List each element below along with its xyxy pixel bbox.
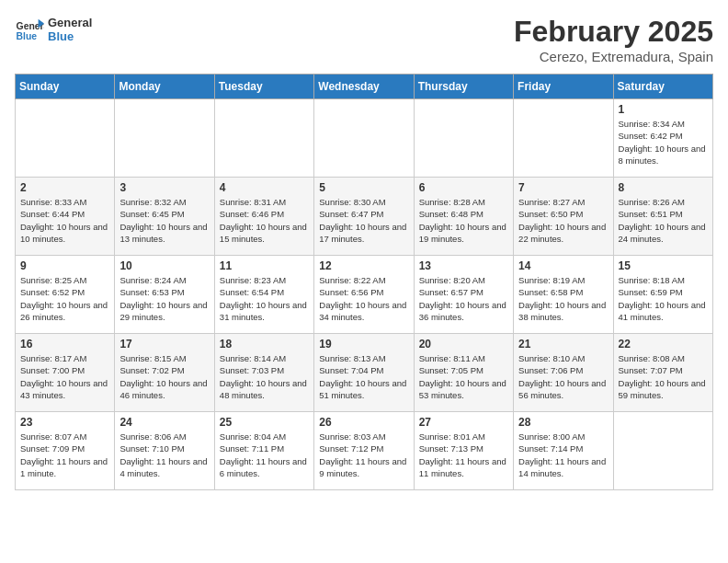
day-info: Sunrise: 8:24 AM Sunset: 6:53 PM Dayligh… [119, 274, 209, 323]
col-sunday: Sunday [16, 75, 115, 99]
day-number: 17 [119, 338, 209, 350]
day-number: 15 [619, 259, 708, 272]
day-info: Sunrise: 8:23 AM Sunset: 6:54 PM Dayligh… [220, 274, 309, 323]
header: General Blue General Blue February 2025 … [15, 15, 713, 64]
calendar-cell: 19Sunrise: 8:13 AM Sunset: 7:04 PM Dayli… [314, 334, 414, 412]
day-number: 2 [20, 181, 109, 194]
day-info: Sunrise: 8:07 AM Sunset: 7:09 PM Dayligh… [20, 431, 109, 479]
day-number: 21 [518, 338, 608, 350]
day-number: 22 [619, 338, 708, 350]
calendar-cell: 25Sunrise: 8:04 AM Sunset: 7:11 PM Dayli… [214, 412, 313, 490]
day-info: Sunrise: 8:27 AM Sunset: 6:50 PM Dayligh… [518, 196, 608, 245]
day-info: Sunrise: 8:00 AM Sunset: 7:14 PM Dayligh… [518, 431, 608, 479]
day-info: Sunrise: 8:06 AM Sunset: 7:10 PM Dayligh… [119, 431, 209, 479]
day-number: 12 [319, 259, 408, 272]
col-friday: Friday [514, 75, 613, 99]
calendar-cell: 13Sunrise: 8:20 AM Sunset: 6:57 PM Dayli… [414, 256, 513, 334]
calendar-cell: 17Sunrise: 8:15 AM Sunset: 7:02 PM Dayli… [115, 334, 214, 412]
svg-text:Blue: Blue [17, 31, 38, 41]
calendar-cell [16, 99, 115, 178]
calendar-table: Sunday Monday Tuesday Wednesday Thursday… [15, 74, 713, 490]
calendar-cell: 23Sunrise: 8:07 AM Sunset: 7:09 PM Dayli… [16, 412, 115, 490]
calendar-cell: 22Sunrise: 8:08 AM Sunset: 7:07 PM Dayli… [613, 334, 712, 412]
calendar-week-2: 9Sunrise: 8:25 AM Sunset: 6:52 PM Daylig… [16, 256, 713, 334]
day-info: Sunrise: 8:19 AM Sunset: 6:58 PM Dayligh… [518, 274, 608, 323]
day-info: Sunrise: 8:17 AM Sunset: 7:00 PM Dayligh… [20, 352, 109, 401]
calendar-cell: 10Sunrise: 8:24 AM Sunset: 6:53 PM Dayli… [115, 256, 214, 334]
day-info: Sunrise: 8:25 AM Sunset: 6:52 PM Dayligh… [20, 274, 109, 323]
day-info: Sunrise: 8:33 AM Sunset: 6:44 PM Dayligh… [20, 196, 109, 245]
day-info: Sunrise: 8:30 AM Sunset: 6:47 PM Dayligh… [319, 196, 408, 245]
day-number: 19 [319, 338, 408, 350]
day-info: Sunrise: 8:18 AM Sunset: 6:59 PM Dayligh… [619, 274, 708, 323]
calendar-cell [115, 99, 214, 178]
day-number: 28 [518, 416, 608, 429]
day-number: 23 [20, 416, 109, 429]
month-title: February 2025 [514, 15, 713, 49]
calendar-cell: 20Sunrise: 8:11 AM Sunset: 7:05 PM Dayli… [414, 334, 513, 412]
calendar-cell: 9Sunrise: 8:25 AM Sunset: 6:52 PM Daylig… [16, 256, 115, 334]
col-saturday: Saturday [613, 75, 712, 99]
day-number: 1 [619, 103, 708, 116]
day-number: 24 [119, 416, 209, 429]
day-number: 7 [518, 181, 608, 194]
day-number: 27 [419, 416, 508, 429]
day-number: 11 [220, 259, 309, 272]
calendar-cell: 1Sunrise: 8:34 AM Sunset: 6:42 PM Daylig… [613, 99, 712, 178]
calendar-cell [514, 99, 613, 178]
day-info: Sunrise: 8:13 AM Sunset: 7:04 PM Dayligh… [319, 352, 408, 401]
col-tuesday: Tuesday [214, 75, 313, 99]
calendar-cell: 12Sunrise: 8:22 AM Sunset: 6:56 PM Dayli… [314, 256, 414, 334]
calendar-cell: 3Sunrise: 8:32 AM Sunset: 6:45 PM Daylig… [115, 178, 214, 256]
day-info: Sunrise: 8:31 AM Sunset: 6:46 PM Dayligh… [220, 196, 309, 245]
calendar-week-0: 1Sunrise: 8:34 AM Sunset: 6:42 PM Daylig… [16, 99, 713, 178]
day-info: Sunrise: 8:14 AM Sunset: 7:03 PM Dayligh… [220, 352, 309, 401]
day-number: 26 [319, 416, 408, 429]
day-number: 8 [619, 181, 708, 194]
day-number: 16 [20, 338, 109, 350]
calendar-cell [214, 99, 313, 178]
day-info: Sunrise: 8:22 AM Sunset: 6:56 PM Dayligh… [319, 274, 408, 323]
calendar-cell: 28Sunrise: 8:00 AM Sunset: 7:14 PM Dayli… [514, 412, 613, 490]
day-number: 3 [119, 181, 209, 194]
calendar-cell: 2Sunrise: 8:33 AM Sunset: 6:44 PM Daylig… [16, 178, 115, 256]
day-number: 4 [220, 181, 309, 194]
calendar-cell: 18Sunrise: 8:14 AM Sunset: 7:03 PM Dayli… [214, 334, 313, 412]
calendar-cell: 4Sunrise: 8:31 AM Sunset: 6:46 PM Daylig… [214, 178, 313, 256]
day-number: 13 [419, 259, 508, 272]
day-info: Sunrise: 8:03 AM Sunset: 7:12 PM Dayligh… [319, 431, 408, 479]
day-number: 5 [319, 181, 408, 194]
day-info: Sunrise: 8:08 AM Sunset: 7:07 PM Dayligh… [619, 352, 708, 401]
day-number: 18 [220, 338, 309, 350]
day-number: 10 [119, 259, 209, 272]
day-number: 20 [419, 338, 508, 350]
calendar-week-4: 23Sunrise: 8:07 AM Sunset: 7:09 PM Dayli… [16, 412, 713, 490]
location-subtitle: Cerezo, Extremadura, Spain [514, 49, 713, 64]
calendar-cell: 11Sunrise: 8:23 AM Sunset: 6:54 PM Dayli… [214, 256, 313, 334]
day-info: Sunrise: 8:20 AM Sunset: 6:57 PM Dayligh… [419, 274, 508, 323]
day-number: 25 [220, 416, 309, 429]
day-info: Sunrise: 8:04 AM Sunset: 7:11 PM Dayligh… [220, 431, 309, 479]
day-info: Sunrise: 8:28 AM Sunset: 6:48 PM Dayligh… [419, 196, 508, 245]
calendar-cell: 26Sunrise: 8:03 AM Sunset: 7:12 PM Dayli… [314, 412, 414, 490]
logo-general: General [48, 16, 92, 29]
calendar-cell: 16Sunrise: 8:17 AM Sunset: 7:00 PM Dayli… [16, 334, 115, 412]
col-thursday: Thursday [414, 75, 513, 99]
day-number: 14 [518, 259, 608, 272]
calendar-cell: 27Sunrise: 8:01 AM Sunset: 7:13 PM Dayli… [414, 412, 513, 490]
day-info: Sunrise: 8:11 AM Sunset: 7:05 PM Dayligh… [419, 352, 508, 401]
day-info: Sunrise: 8:10 AM Sunset: 7:06 PM Dayligh… [518, 352, 608, 401]
logo-blue: Blue [48, 29, 92, 43]
day-number: 6 [419, 181, 508, 194]
day-info: Sunrise: 8:26 AM Sunset: 6:51 PM Dayligh… [619, 196, 708, 245]
day-number: 9 [20, 259, 109, 272]
header-row: Sunday Monday Tuesday Wednesday Thursday… [16, 75, 713, 99]
col-wednesday: Wednesday [314, 75, 414, 99]
logo-icon: General Blue [15, 15, 44, 44]
col-monday: Monday [115, 75, 214, 99]
calendar-body: 1Sunrise: 8:34 AM Sunset: 6:42 PM Daylig… [16, 99, 713, 490]
day-info: Sunrise: 8:32 AM Sunset: 6:45 PM Dayligh… [119, 196, 209, 245]
calendar-week-1: 2Sunrise: 8:33 AM Sunset: 6:44 PM Daylig… [16, 178, 713, 256]
day-info: Sunrise: 8:15 AM Sunset: 7:02 PM Dayligh… [119, 352, 209, 401]
logo: General Blue General Blue [15, 15, 92, 44]
